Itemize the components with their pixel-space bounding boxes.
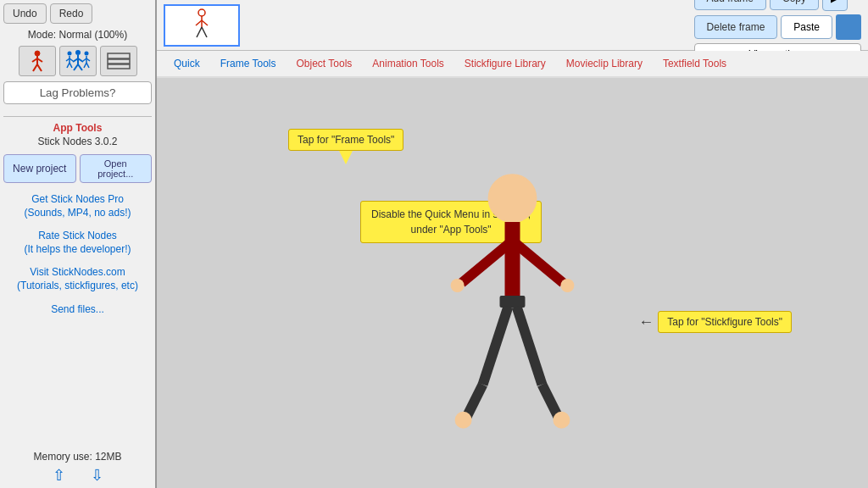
scroll-up-button[interactable]: ⇧: [53, 466, 65, 485]
svg-point-33: [489, 175, 537, 222]
svg-point-0: [35, 51, 40, 56]
svg-line-32: [202, 27, 207, 37]
divider-1: [3, 116, 152, 117]
icon-row: [3, 46, 152, 76]
undo-button[interactable]: Undo: [3, 3, 47, 24]
group-figures-icon[interactable]: [59, 46, 97, 76]
top-bar: Add frame Copy ▶ Delete frame Paste View…: [157, 0, 868, 51]
svg-line-41: [466, 385, 483, 419]
svg-rect-25: [108, 59, 130, 64]
svg-point-12: [75, 50, 81, 55]
svg-line-29: [196, 20, 202, 25]
svg-rect-26: [108, 64, 130, 69]
svg-point-6: [67, 52, 71, 56]
svg-rect-24: [108, 53, 130, 58]
svg-line-44: [542, 385, 559, 419]
tab-textfield-tools[interactable]: Textfield Tools: [653, 53, 737, 75]
delete-frame-button[interactable]: Delete frame: [694, 15, 778, 39]
svg-line-17: [78, 64, 82, 70]
left-arrow-indicator: ←: [638, 313, 654, 331]
svg-line-10: [67, 63, 70, 68]
get-pro-button[interactable]: Get Stick Nodes Pro (Sounds, MP4, no ads…: [3, 190, 152, 223]
copy-button[interactable]: Copy: [770, 0, 819, 10]
undo-redo-row: Undo Redo: [3, 3, 152, 24]
top-right-row-2: Delete frame Paste: [694, 14, 861, 40]
tab-movieclip-library[interactable]: Movieclip Library: [556, 53, 653, 75]
blue-square-icon: [836, 14, 861, 40]
stick-person-icon[interactable]: [19, 46, 56, 76]
stickfigure-tools-tooltip: Tap for "Stickfigure Tools": [658, 311, 792, 333]
svg-line-40: [483, 307, 509, 385]
app-tools-title: App Tools: [3, 122, 152, 134]
app-tools-version: Stick Nodes 3.0.2: [3, 136, 152, 147]
open-project-button[interactable]: Open project...: [80, 154, 153, 183]
mini-stickfigure: [181, 8, 223, 42]
svg-line-16: [74, 64, 78, 70]
frame-thumbnail-area: [164, 4, 240, 47]
tab-animation-tools[interactable]: Animation Tools: [362, 53, 454, 75]
svg-line-23: [86, 63, 89, 68]
redo-button[interactable]: Redo: [50, 3, 93, 24]
rate-button[interactable]: Rate Stick Nodes (It helps the developer…: [3, 226, 152, 259]
tab-frame-tools[interactable]: Frame Tools: [210, 53, 287, 75]
lag-problems-button[interactable]: Lag Problems?: [3, 81, 152, 104]
svg-line-4: [33, 64, 37, 71]
stickfigure-tools-tooltip-container: ← Tap for "Stickfigure Tools": [638, 311, 792, 333]
visit-button[interactable]: Visit StickNodes.com (Tutorials, stickfi…: [3, 263, 152, 296]
mode-label: Mode: Normal (100%): [3, 29, 152, 41]
svg-line-5: [37, 64, 42, 71]
tab-object-tools[interactable]: Object Tools: [287, 53, 363, 75]
scroll-down-button[interactable]: ⇩: [91, 466, 103, 485]
svg-line-43: [516, 307, 542, 385]
tab-stickfigure-library[interactable]: Stickfigure Library: [454, 53, 556, 75]
play-button[interactable]: ▶: [822, 0, 848, 11]
canvas-area[interactable]: Tap for "Frame Tools" Disable the Quick …: [157, 78, 868, 488]
right-panel: Add frame Copy ▶ Delete frame Paste View…: [157, 0, 868, 488]
top-right-row-1: Add frame Copy ▶: [694, 0, 861, 11]
svg-point-42: [455, 412, 472, 429]
tab-quick[interactable]: Quick: [164, 53, 210, 75]
svg-line-22: [84, 63, 86, 68]
send-files-button[interactable]: Send files...: [3, 300, 152, 320]
new-open-row: New project Open project...: [3, 154, 152, 183]
svg-line-11: [70, 63, 72, 68]
new-project-button[interactable]: New project: [3, 154, 76, 183]
svg-point-45: [553, 412, 570, 429]
layers-icon[interactable]: [100, 46, 137, 76]
tab-bar: Quick Frame Tools Object Tools Animation…: [157, 51, 868, 78]
scroll-arrows: ⇧ ⇩: [3, 466, 152, 485]
svg-point-18: [84, 52, 88, 56]
paste-button[interactable]: Paste: [781, 15, 832, 39]
main-stickfigure: [157, 78, 868, 488]
svg-point-36: [451, 279, 465, 292]
svg-point-38: [560, 279, 574, 292]
svg-point-27: [198, 9, 205, 16]
svg-line-30: [202, 20, 208, 25]
add-frame-button[interactable]: Add frame: [694, 0, 766, 10]
memory-label: Memory use: 12MB: [3, 444, 152, 463]
sidebar: Undo Redo Mode: Normal (100%): [0, 0, 157, 488]
svg-line-31: [197, 27, 202, 37]
